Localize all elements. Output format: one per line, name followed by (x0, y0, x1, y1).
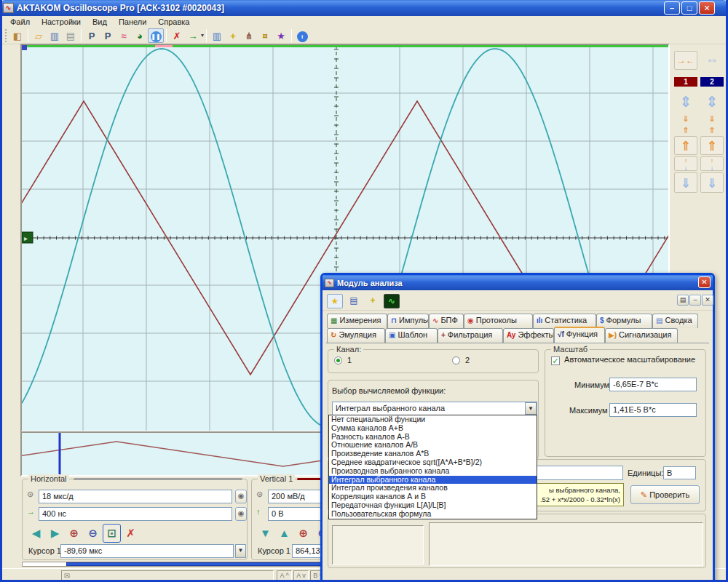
status-cell-a^[interactable]: A ^ (277, 570, 292, 581)
device-info-icon[interactable]: ▥ (209, 28, 225, 43)
tab-эффекты[interactable]: AyЭффекты (503, 328, 554, 343)
close-panel-button[interactable]: ✕ (702, 295, 713, 306)
shift-up-button-ch2[interactable]: ⇑ (700, 136, 724, 155)
wizard-icon[interactable]: ★ (273, 28, 289, 43)
timebase-field[interactable]: 18 мкс/д (39, 490, 232, 503)
favorites-icon[interactable]: ★ (327, 294, 343, 308)
add-mark-icon[interactable]: → (185, 28, 201, 43)
tab-формулы[interactable]: $Формулы (596, 314, 652, 328)
function-combobox[interactable]: Интеграл выбранного канала (332, 402, 537, 415)
scroll-right-button[interactable]: ▶ (46, 524, 64, 543)
check-formula-button[interactable]: ✎ Проверить (630, 485, 700, 504)
function-option-11[interactable]: Передаточная функция L[A]/L[B] (329, 501, 537, 510)
function-option-3[interactable]: Разность каналов A-B (329, 433, 537, 442)
menu-item-1[interactable]: Файл (4, 17, 36, 27)
close-button[interactable]: ✕ (699, 1, 715, 15)
function-dropdown-list[interactable]: Нет специальной функцииСумма каналов A+B… (328, 415, 537, 519)
scroll-left-button[interactable]: ◀ (27, 524, 45, 543)
pause-icon[interactable]: ❚❚ (148, 28, 164, 43)
function-option-7[interactable]: Производная выбранного канала (329, 467, 537, 476)
channel-1-radio[interactable]: 1 (334, 356, 352, 364)
cursor1-dropdown-button[interactable]: ▼ (235, 544, 246, 558)
zoom-in-button[interactable]: ⊕ (294, 524, 312, 543)
minimum-field[interactable]: -6,65E-7 В*с (609, 378, 697, 391)
function-dropdown-button[interactable]: ▼ (525, 402, 537, 415)
maximize-button[interactable]: □ (681, 1, 697, 15)
tab-статистика[interactable]: ılıСтатистика (533, 314, 596, 328)
record-protocol-alt-icon[interactable]: P (100, 28, 116, 43)
menu-item-2[interactable]: Настройки (36, 17, 87, 27)
status-cell-av[interactable]: A v (293, 570, 309, 581)
dialog-close-button[interactable]: ✕ (698, 276, 711, 288)
title-bar[interactable]: ∿ AKTAKOM Oscilloscope Pro [АСК-3102 #00… (0, 0, 728, 16)
scroll-up-button[interactable]: ▲ (275, 524, 293, 543)
function-option-1[interactable]: Нет специальной функции (329, 415, 537, 424)
zoom-reset-button[interactable]: ✗ (122, 524, 140, 543)
measure-cross-icon[interactable]: + (225, 28, 241, 43)
print-icon[interactable]: ▤ (63, 28, 79, 43)
tab-фильтрация[interactable]: +Фильтрация (438, 328, 503, 343)
shift-down-button-ch2[interactable]: ⇓ (700, 172, 724, 193)
delay-knob-button[interactable]: ◉ (235, 507, 247, 521)
menu-item-5[interactable]: Справка (152, 17, 195, 27)
fine-shift-button-ch1[interactable]: ↑↓ (674, 156, 697, 171)
channel-2-radio[interactable]: 2 (452, 356, 470, 364)
waveform-record-icon[interactable]: ≈ (116, 28, 132, 43)
function-option-10[interactable]: Корреляция каналов А и В (329, 493, 537, 501)
zoom-out-button[interactable]: ⊖ (84, 524, 102, 543)
compress-vertical-button-ch1[interactable]: ⇓⇑ (674, 113, 697, 136)
compress-horizontal-button[interactable]: →← (674, 51, 697, 70)
tab-протоколы[interactable]: ◉Протоколы (464, 314, 533, 328)
tab-бпф[interactable]: ∿БПФ (429, 314, 464, 328)
tab-сигнализация[interactable]: ▶)Сигнализация (605, 328, 678, 343)
parameter-list-box[interactable] (332, 525, 424, 565)
save-icon[interactable]: ▥ (47, 28, 63, 43)
maximum-field[interactable]: 1,41E-5 В*с (609, 403, 697, 417)
toolbar-grip[interactable] (5, 29, 7, 42)
function-option-6[interactable]: Среднее квадратическое sqrt([A*A+B*B]/2) (329, 458, 537, 467)
clear-marks-icon[interactable]: ✗ (169, 28, 185, 43)
tab-сводка[interactable]: ▤Сводка (652, 314, 698, 328)
compress-vertical-button-ch2[interactable]: ⇓⇑ (700, 113, 724, 136)
self-test-icon[interactable]: ◕ (132, 28, 148, 43)
function-option-8[interactable]: Интеграл выбранного канала (329, 476, 537, 485)
scope-screen-icon[interactable]: ∿ (384, 294, 400, 308)
expand-vertical-button-ch2[interactable]: ⇕ (700, 91, 724, 113)
scroll-down-button[interactable]: ▼ (256, 524, 274, 543)
shift-up-button-ch1[interactable]: ⇑ (674, 136, 697, 155)
zoom-in-button[interactable]: ⊕ (65, 524, 83, 543)
exit-icon[interactable]: ◧ (9, 28, 25, 43)
function-option-2[interactable]: Сумма каналов A+B (329, 424, 537, 433)
measure-cross-icon[interactable]: + (365, 294, 381, 308)
fine-shift-button-ch2[interactable]: ↑↓ (700, 156, 724, 171)
function-option-12[interactable]: Пользовательская формула (329, 510, 537, 519)
timebase-knob-button[interactable]: ◉ (235, 490, 247, 503)
tab-эмуляция[interactable]: ↻Эмуляция (327, 328, 385, 343)
record-protocol-icon[interactable]: P (84, 28, 100, 43)
dialog-title-bar[interactable]: ∿ Модуль анализа ✕ (323, 275, 713, 290)
print-button[interactable]: ▤ (677, 295, 689, 306)
help-icon[interactable]: i (294, 28, 310, 43)
function-option-4[interactable]: Отношение каналов A/B (329, 441, 537, 450)
expand-vertical-button-ch1[interactable]: ⇕ (674, 91, 697, 113)
help-book-icon[interactable]: ▤ (346, 294, 362, 308)
tab-шаблон[interactable]: ▣Шаблон (385, 328, 438, 343)
delay-field[interactable]: 400 нс (39, 507, 232, 521)
open-file-icon[interactable]: ▱ (31, 28, 47, 43)
menu-item-4[interactable]: Панели (113, 17, 152, 27)
expand-horizontal-button[interactable]: ⇔ (700, 51, 724, 70)
shift-down-button-ch1[interactable]: ⇓ (674, 172, 697, 193)
calibration-icon[interactable]: ¤ (257, 28, 273, 43)
tab-импульс[interactable]: ⊓Импульс (387, 314, 429, 328)
zoom-window-button[interactable]: ⊡ (103, 524, 121, 543)
autoscale-checkbox[interactable]: ✓ Автоматическое масштабирование (551, 355, 695, 365)
tab-функция[interactable]: √fФункция (554, 327, 605, 343)
add-mark-dropdown-arrow[interactable]: ▾ (201, 28, 204, 43)
function-option-9[interactable]: Интеграл произведения каналов (329, 484, 537, 493)
units-field[interactable]: В (663, 466, 696, 479)
tab-измерения[interactable]: ▦Измерения (327, 314, 387, 328)
minimize-button[interactable]: – (664, 1, 680, 15)
menu-item-3[interactable]: Вид (87, 17, 113, 27)
cursor1-value-field[interactable]: -89,69 мкс (60, 544, 234, 558)
minimize-button[interactable]: – (689, 295, 701, 306)
